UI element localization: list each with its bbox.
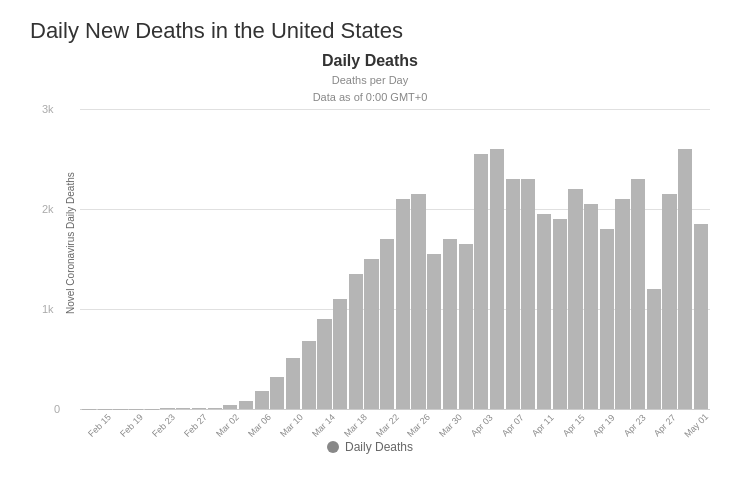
bar [678,149,692,409]
bar [270,377,284,409]
bar [615,199,629,409]
y-label-2k: 2k [42,203,54,215]
bar [317,319,331,409]
bar [349,274,363,409]
bar [506,179,520,409]
bar [380,239,394,409]
bar [490,149,504,409]
bar [208,408,222,410]
chart-title: Daily Deaths [30,52,710,70]
bar [160,408,174,409]
bar [459,244,473,409]
bars-container [80,109,710,409]
bar [631,179,645,409]
bar [600,229,614,409]
bar [239,401,253,409]
bar [411,194,425,409]
bar [521,179,535,409]
bar [568,189,582,409]
legend-dot [327,441,339,453]
chart-subtitle: Deaths per Day Data as of 0:00 GMT+0 [30,72,710,105]
bar [333,299,347,409]
bar [443,239,457,409]
bar [396,199,410,409]
bar [286,358,300,409]
bar [584,204,598,409]
legend: Daily Deaths [30,440,710,454]
bar [474,154,488,409]
bar [176,408,190,409]
y-label-0: 0 [54,403,60,415]
y-label-3k: 3k [42,103,54,115]
y-label-1k: 1k [42,303,54,315]
x-axis: Feb 15Feb 19Feb 23Feb 27Mar 02Mar 06Mar … [80,419,710,432]
chart-container: Daily Deaths Deaths per Day Data as of 0… [30,52,710,472]
bar [255,391,269,409]
bar [223,405,237,409]
page-title: Daily New Deaths in the United States [0,0,733,44]
y-axis-label: Novel Coronavirus Daily Deaths [65,214,76,314]
legend-label: Daily Deaths [345,440,413,454]
bar [427,254,441,409]
bar [192,408,206,409]
bar [364,259,378,409]
bar [647,289,661,409]
bar [694,224,708,409]
bar [537,214,551,409]
bar [302,341,316,409]
bar [662,194,676,409]
bar [553,219,567,409]
